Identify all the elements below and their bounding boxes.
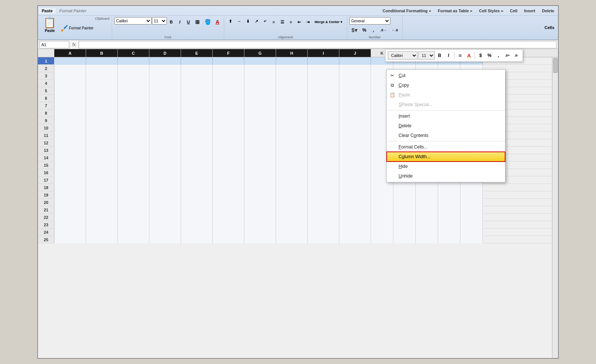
cell-H21[interactable]	[276, 206, 308, 214]
cell-H7[interactable]	[276, 102, 308, 109]
cell-D2[interactable]	[149, 65, 181, 72]
cell-B12[interactable]	[86, 139, 118, 147]
cell-I2[interactable]	[308, 65, 339, 72]
cell-F13[interactable]	[213, 147, 244, 154]
mini-align-button[interactable]: ≡	[456, 51, 464, 60]
cell-A15[interactable]	[54, 162, 86, 169]
mini-size-select[interactable]: 11	[418, 51, 435, 60]
comma-button[interactable]: ,	[369, 26, 377, 34]
cell-L20[interactable]	[393, 199, 416, 206]
ctx-cut[interactable]: ✂ Cut	[387, 71, 505, 80]
col-header-G[interactable]: G	[244, 49, 276, 57]
cell-K22[interactable]	[371, 214, 393, 221]
cell-C25[interactable]	[118, 236, 149, 243]
cell-B22[interactable]	[86, 214, 118, 221]
cell-I23[interactable]	[308, 221, 339, 229]
cell-C8[interactable]	[118, 109, 149, 117]
cell-A21[interactable]	[54, 206, 86, 214]
ctx-delete[interactable]: Delete	[387, 121, 505, 131]
ctx-clear-contents[interactable]: Clear Contents	[387, 131, 505, 140]
merge-center-button[interactable]: Merge & Center ▾	[313, 18, 345, 26]
cell-C17[interactable]	[118, 176, 149, 184]
fill-color-button[interactable]: 🪣	[202, 18, 213, 26]
cell-D11[interactable]	[149, 132, 181, 139]
cell-O23[interactable]	[460, 221, 483, 229]
cell-E1[interactable]	[181, 57, 213, 65]
cell-I24[interactable]	[308, 229, 339, 236]
cell-F8[interactable]	[213, 109, 244, 117]
cell-D18[interactable]	[149, 184, 181, 191]
cell-E14[interactable]	[181, 154, 213, 162]
mini-comma-button[interactable]: ,	[494, 51, 503, 60]
cell-C11[interactable]	[118, 132, 149, 139]
cell-C4[interactable]	[118, 80, 149, 87]
font-name-select[interactable]: Calibri	[114, 17, 152, 25]
cell-E8[interactable]	[181, 109, 213, 117]
cell-D23[interactable]	[149, 221, 181, 229]
mini-dollar-button[interactable]: $	[476, 51, 485, 60]
cell-H17[interactable]	[276, 176, 308, 184]
ctx-format-cells[interactable]: Format Cells...	[387, 142, 505, 152]
cell-G20[interactable]	[244, 199, 276, 206]
cell-C2[interactable]	[118, 65, 149, 72]
cell-H16[interactable]	[276, 169, 308, 176]
ctx-insert[interactable]: Insert	[387, 111, 505, 121]
cell-E12[interactable]	[181, 139, 213, 147]
cell-E15[interactable]	[181, 162, 213, 169]
cell-H22[interactable]	[276, 214, 308, 221]
align-middle-button[interactable]: ↔	[235, 17, 244, 25]
cell-O18[interactable]	[460, 184, 483, 191]
cell-J22[interactable]	[339, 214, 371, 221]
cell-A11[interactable]	[54, 132, 86, 139]
scrollbar-thumb[interactable]	[553, 58, 558, 73]
cell-D24[interactable]	[149, 229, 181, 236]
cell-E4[interactable]	[181, 80, 213, 87]
cell-F23[interactable]	[213, 221, 244, 229]
cell-H13[interactable]	[276, 147, 308, 154]
cell-D4[interactable]	[149, 80, 181, 87]
col-header-E[interactable]: E	[181, 49, 213, 57]
align-center-button[interactable]: ☰	[278, 18, 286, 26]
cell-I11[interactable]	[308, 132, 339, 139]
cell-D22[interactable]	[149, 214, 181, 221]
cell-I15[interactable]	[308, 162, 339, 169]
cell-A18[interactable]	[54, 184, 86, 191]
cell-L25[interactable]	[393, 236, 416, 243]
cell-C19[interactable]	[118, 191, 149, 199]
cell-D8[interactable]	[149, 109, 181, 117]
cell-A13[interactable]	[54, 147, 86, 154]
cell-F19[interactable]	[213, 191, 244, 199]
cell-C18[interactable]	[118, 184, 149, 191]
cell-I13[interactable]	[308, 147, 339, 154]
cell-I5[interactable]	[308, 87, 339, 95]
cell-H12[interactable]	[276, 139, 308, 147]
cell-M22[interactable]	[416, 214, 438, 221]
cell-J24[interactable]	[339, 229, 371, 236]
cell-C7[interactable]	[118, 102, 149, 109]
cell-J23[interactable]	[339, 221, 371, 229]
cell-J17[interactable]	[339, 176, 371, 184]
cell-J3[interactable]	[339, 72, 371, 80]
cell-C15[interactable]	[118, 162, 149, 169]
cell-D3[interactable]	[149, 72, 181, 80]
cell-C14[interactable]	[118, 154, 149, 162]
cell-G9[interactable]	[244, 117, 276, 124]
font-color-button[interactable]: A	[213, 18, 222, 26]
cell-E7[interactable]	[181, 102, 213, 109]
cell-A6[interactable]	[54, 95, 86, 102]
align-top-button[interactable]: ⬆	[226, 17, 235, 25]
tab-cell-styles[interactable]: Cell Styles »	[476, 8, 506, 14]
cell-F24[interactable]	[213, 229, 244, 236]
cell-B15[interactable]	[86, 162, 118, 169]
cell-I16[interactable]	[308, 169, 339, 176]
cell-E21[interactable]	[181, 206, 213, 214]
italic-button[interactable]: I	[176, 18, 184, 26]
cell-H24[interactable]	[276, 229, 308, 236]
cell-J12[interactable]	[339, 139, 371, 147]
percent-button[interactable]: %	[360, 26, 369, 34]
cell-I6[interactable]	[308, 95, 339, 102]
cell-G15[interactable]	[244, 162, 276, 169]
cell-B25[interactable]	[86, 236, 118, 243]
cell-C16[interactable]	[118, 169, 149, 176]
cell-H2[interactable]	[276, 65, 308, 72]
